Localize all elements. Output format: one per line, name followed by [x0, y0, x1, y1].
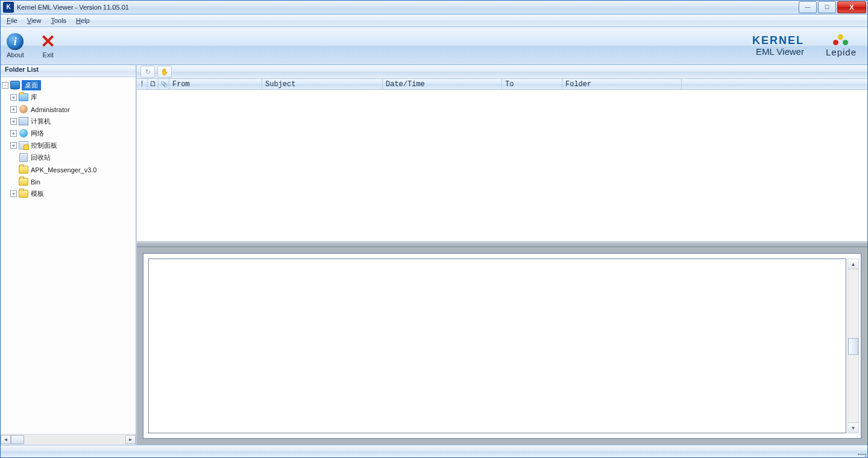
expander-icon[interactable]: +	[10, 106, 17, 113]
tree-item-label[interactable]: 模板	[30, 189, 46, 198]
tree-item: + 回收站	[10, 151, 134, 163]
tree-item: + 库	[10, 91, 134, 103]
exit-button[interactable]: ✕ Exit	[40, 33, 57, 58]
window-title: Kernel EML Viewer - Version 11.05.01	[17, 4, 799, 11]
preview-content[interactable]	[148, 259, 846, 433]
page-icon: 🗋	[149, 80, 157, 89]
scroll-up-icon[interactable]: ▲	[848, 259, 858, 269]
preview-vscrollbar[interactable]: ▲ ▼	[848, 259, 859, 433]
maximize-button[interactable]: ☐	[818, 1, 836, 13]
col-folder[interactable]: Folder	[562, 79, 682, 89]
close-icon: ✕	[40, 33, 57, 50]
sidebar-hscrollbar[interactable]: ◄ ►	[1, 434, 136, 445]
col-page[interactable]: 🗋	[148, 79, 159, 89]
right-pane: ↻ ✋ ! 🗋 📎 From Subject Date/Time To Fold…	[136, 65, 867, 445]
exclaim-icon: !	[140, 80, 144, 89]
folder-tree[interactable]: - 桌面 + 库 +	[1, 77, 136, 434]
scroll-thumb[interactable]	[11, 435, 24, 444]
tree-item-label[interactable]: 网络	[30, 128, 46, 138]
close-button[interactable]: X	[837, 1, 866, 13]
expander-icon[interactable]: +	[10, 130, 17, 137]
app-icon: K	[3, 2, 14, 13]
expander-icon[interactable]: +	[10, 142, 17, 149]
col-subject[interactable]: Subject	[262, 79, 383, 89]
content-area: Folder List - 桌面 + 库	[1, 65, 867, 445]
horizontal-splitter[interactable]	[137, 242, 867, 247]
expander-icon[interactable]: +	[10, 190, 17, 197]
col-from[interactable]: From	[169, 79, 262, 89]
menu-tools[interactable]: Tools	[47, 16, 70, 25]
expander-icon: +	[10, 154, 17, 161]
tree-root-label[interactable]: 桌面	[22, 80, 41, 90]
menu-file[interactable]: File	[3, 16, 21, 25]
col-datetime[interactable]: Date/Time	[383, 79, 502, 89]
preview-pane: ▲ ▼	[137, 247, 867, 445]
tree-item-label[interactable]: Administrator	[30, 105, 72, 113]
title-bar[interactable]: K Kernel EML Viewer - Version 11.05.01 —…	[1, 1, 867, 14]
trash-icon	[19, 152, 28, 162]
message-list[interactable]	[137, 90, 867, 242]
attachment-icon: 📎	[160, 81, 168, 88]
tree-item: + Bin	[10, 175, 134, 187]
brand-kernel-line2: EML Viewer	[756, 47, 804, 57]
minimize-button[interactable]: —	[799, 1, 817, 13]
expander-icon[interactable]: +	[10, 94, 17, 101]
app-window: K Kernel EML Viewer - Version 11.05.01 —…	[0, 0, 868, 458]
sidebar-title: Folder List	[1, 65, 136, 77]
refresh-button[interactable]: ↻	[140, 66, 155, 78]
scroll-down-icon[interactable]: ▼	[848, 422, 858, 433]
scroll-right-icon[interactable]: ►	[125, 435, 136, 444]
expander-icon: +	[10, 178, 17, 185]
tree-root: - 桌面 + 库 +	[2, 79, 134, 199]
expander-icon[interactable]: +	[10, 118, 17, 125]
tree-item-label[interactable]: Bin	[30, 178, 42, 186]
scroll-track[interactable]	[848, 269, 858, 422]
col-spacer	[682, 79, 867, 89]
tree-item-label[interactable]: 回收站	[30, 152, 52, 162]
window-buttons: — ☐ X	[799, 1, 866, 13]
tree-item: + 网络	[10, 127, 134, 139]
tree-item: + Administrator	[10, 103, 134, 115]
scroll-track[interactable]	[11, 435, 125, 444]
brand-lepide-text: Lepide	[826, 47, 857, 57]
stop-button[interactable]: ✋	[157, 66, 172, 78]
brand-lepide: Lepide	[826, 34, 857, 57]
brand-kernel-line1: KERNEL	[752, 35, 804, 47]
expander-icon: +	[10, 166, 17, 173]
resize-grip-icon[interactable]	[858, 448, 866, 457]
col-to[interactable]: To	[502, 79, 562, 89]
column-header: ! 🗋 📎 From Subject Date/Time To Folder	[137, 79, 867, 90]
scroll-thumb[interactable]	[848, 338, 858, 355]
control-panel-icon	[19, 140, 28, 150]
folder-icon	[19, 92, 28, 102]
scroll-left-icon[interactable]: ◄	[1, 435, 11, 444]
main-toolbar: i About ✕ Exit KERNEL EML Viewer Lepide	[1, 27, 867, 65]
tree-item: + 控制面板	[10, 139, 134, 151]
sidebar: Folder List - 桌面 + 库	[1, 65, 136, 445]
folder-icon	[19, 189, 28, 198]
exit-label: Exit	[43, 51, 54, 58]
menu-view[interactable]: View	[24, 16, 45, 25]
tree-item-label[interactable]: 库	[30, 92, 39, 102]
tree-item-label[interactable]: 控制面板	[30, 140, 59, 150]
expander-icon[interactable]: -	[2, 82, 8, 89]
col-flag[interactable]: !	[137, 79, 148, 89]
computer-icon	[19, 116, 28, 126]
about-button[interactable]: i About	[7, 33, 24, 58]
tree-item: + 计算机	[10, 115, 134, 127]
menu-bar: File View Tools Help	[1, 14, 867, 27]
user-icon	[19, 104, 28, 114]
tree-item-label[interactable]: 计算机	[30, 116, 52, 126]
col-attachment[interactable]: 📎	[159, 79, 169, 89]
message-toolbar: ↻ ✋	[137, 65, 867, 79]
tree-item-label[interactable]: APK_Messenger_v3.0	[30, 166, 98, 174]
menu-help[interactable]: Help	[72, 16, 93, 25]
brand-kernel: KERNEL EML Viewer	[752, 35, 804, 57]
brand-area: KERNEL EML Viewer Lepide	[752, 34, 861, 57]
tree-item: + 模板	[10, 187, 134, 199]
preview-frame: ▲ ▼	[143, 253, 861, 439]
folder-icon	[19, 177, 28, 186]
about-label: About	[7, 51, 24, 58]
info-icon: i	[7, 33, 24, 50]
status-bar	[1, 445, 867, 457]
